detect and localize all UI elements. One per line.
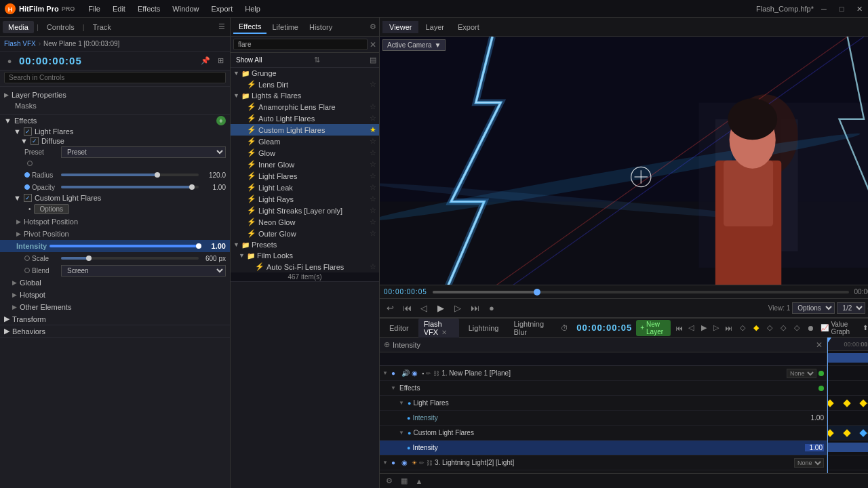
layer-properties-header[interactable]: ▶ Layer Properties bbox=[4, 89, 226, 100]
value-graph-button[interactable]: 📈 Value Graph bbox=[821, 321, 853, 336]
custom-lf-star[interactable]: ★ bbox=[370, 125, 376, 134]
intensity-slider[interactable] bbox=[50, 245, 199, 247]
tl-row-intensity1[interactable]: ● Intensity 1.00 bbox=[380, 411, 827, 426]
maximize-button[interactable]: □ bbox=[833, 0, 850, 18]
plane1-chain-icon[interactable]: ⛓ bbox=[433, 370, 439, 377]
eff-neon-glow[interactable]: ⚡ Neon Glow ☆ bbox=[231, 216, 379, 228]
blend-radio[interactable] bbox=[24, 268, 30, 273]
menu-file[interactable]: File bbox=[83, 3, 106, 14]
light-leak-star[interactable]: ☆ bbox=[370, 183, 376, 192]
tl-tab-flash-vfx[interactable]: Flash VFX ✕ bbox=[418, 319, 459, 338]
eff-light-leak[interactable]: ⚡ Light Leak ☆ bbox=[231, 182, 379, 193]
tl-kf-next-btn[interactable]: ◇ bbox=[764, 322, 776, 334]
scale-slider[interactable] bbox=[61, 257, 199, 260]
opacity-radio[interactable] bbox=[24, 184, 30, 190]
inner-glow-star[interactable]: ☆ bbox=[370, 160, 376, 169]
effects-expand-btn[interactable]: ▼ bbox=[391, 385, 397, 391]
tl-step-fwd-btn[interactable]: ▷ bbox=[712, 322, 720, 334]
other-elements-item[interactable]: ▶ Other Elements bbox=[0, 301, 230, 313]
tl-kf-prev-btn[interactable]: ◇ bbox=[736, 322, 749, 334]
transform-item[interactable]: ▶ Transform bbox=[0, 313, 230, 325]
lf-expand-btn[interactable]: ▼ bbox=[399, 400, 406, 406]
auto-scifi-star[interactable]: ☆ bbox=[370, 262, 376, 271]
plane1-expand-btn[interactable]: ▼ bbox=[382, 370, 389, 376]
diffuse-item[interactable]: ▼ Diffuse bbox=[0, 136, 230, 146]
preset-radio[interactable] bbox=[27, 161, 33, 166]
tab-viewer[interactable]: Viewer bbox=[382, 21, 418, 33]
menu-export[interactable]: Export bbox=[205, 3, 238, 14]
blend-select[interactable]: Screen bbox=[61, 265, 226, 277]
clear-search-button[interactable]: ✕ bbox=[370, 40, 376, 49]
hotspot-position-item[interactable]: ▶ Hotspot Position bbox=[0, 216, 230, 228]
filter-close-btn[interactable]: ✕ bbox=[816, 340, 823, 350]
tl-row-intensity2[interactable]: ● Intensity 1.00 bbox=[380, 441, 827, 455]
category-lights-flares-header[interactable]: ▼ 📁 Lights & Flares bbox=[231, 90, 379, 101]
kf-int1-3[interactable] bbox=[860, 399, 867, 407]
panel-settings-icon[interactable]: ⚙ bbox=[370, 22, 376, 31]
filter-icon[interactable]: ▤ bbox=[370, 56, 376, 64]
eff-lens-dirt[interactable]: ⚡ Lens Dirt ☆ bbox=[231, 79, 379, 90]
viewer-timeline-slider[interactable] bbox=[433, 291, 849, 293]
tc-pin-btn[interactable]: 📌 bbox=[200, 56, 211, 66]
neon-glow-star[interactable]: ☆ bbox=[370, 218, 376, 226]
tl-tab-lightning[interactable]: Lightning bbox=[463, 323, 505, 333]
tl-kf-add-btn[interactable]: ◆ bbox=[750, 322, 762, 334]
eff-glow[interactable]: ⚡ Glow ☆ bbox=[231, 147, 379, 159]
int1-enabled-dot[interactable]: ● bbox=[407, 415, 410, 422]
radius-slider[interactable] bbox=[61, 174, 199, 176]
new-layer-button[interactable]: + New Layer bbox=[636, 320, 671, 336]
global-item[interactable]: ▶ Global bbox=[0, 277, 230, 289]
kf-int1-2[interactable] bbox=[843, 399, 850, 407]
eff-auto-light-flares[interactable]: ⚡ Auto Light Flares ☆ bbox=[231, 113, 379, 124]
plane1-solo-btn[interactable]: ◉ bbox=[412, 369, 420, 377]
viewer-step-back-btn[interactable]: ◁ bbox=[416, 301, 431, 316]
options-button[interactable]: Options bbox=[34, 204, 69, 214]
eff-outer-glow[interactable]: ⚡ Outer Glow ☆ bbox=[231, 228, 379, 239]
l2-chain-icon[interactable]: ⛓ bbox=[427, 460, 433, 466]
gleam-star[interactable]: ☆ bbox=[370, 137, 376, 146]
close-button[interactable]: ✕ bbox=[850, 0, 868, 18]
tab-media[interactable]: Media bbox=[3, 21, 34, 33]
lens-dirt-star[interactable]: ☆ bbox=[370, 80, 376, 89]
tab-export-viewer[interactable]: Export bbox=[451, 21, 486, 33]
show-all-button[interactable]: Show All bbox=[233, 56, 264, 64]
active-camera-select[interactable]: Active Camera ▼ bbox=[382, 39, 446, 51]
eff-light-rays[interactable]: ⚡ Light Rays ☆ bbox=[231, 193, 379, 205]
eff-light-streaks[interactable]: ⚡ Light Streaks [Layer only] ☆ bbox=[231, 205, 379, 216]
auto-light-star[interactable]: ☆ bbox=[370, 114, 376, 123]
l2-blend-select[interactable]: None bbox=[794, 458, 824, 468]
viewer-play-btn[interactable]: ▶ bbox=[433, 301, 448, 316]
tl-kf-prev2-btn[interactable]: ◇ bbox=[777, 322, 789, 334]
tl-row-plane1[interactable]: ▼ ● 🔊 ◉ ▪ ✏ ⛓ 1. New Plane 1 [Plane] Non… bbox=[380, 366, 827, 381]
l2-pencil-icon[interactable]: ✏ bbox=[419, 460, 425, 466]
viewer-goto-end-btn[interactable]: ⏭ bbox=[467, 301, 482, 316]
l2-expand-btn[interactable]: ▼ bbox=[382, 460, 389, 466]
eff-light-flares[interactable]: ⚡ Light Flares ☆ bbox=[231, 170, 379, 182]
tl-record-btn[interactable]: ⏺ bbox=[804, 322, 816, 334]
tab-controls[interactable]: Controls bbox=[41, 21, 80, 33]
eff-auto-scifi[interactable]: ⚡ Auto Sci-Fi Lens Flares ☆ bbox=[231, 261, 379, 272]
kf-int2-1[interactable] bbox=[827, 429, 834, 436]
add-effect-button[interactable]: + bbox=[216, 116, 226, 125]
tab-lifetime[interactable]: Lifetime bbox=[267, 21, 304, 33]
effects-search-input[interactable] bbox=[233, 39, 368, 50]
plane1-audio-btn[interactable]: 🔊 bbox=[401, 369, 410, 377]
kf-int1-1[interactable] bbox=[827, 399, 834, 407]
anamorphic-star[interactable]: ☆ bbox=[370, 102, 376, 111]
tl-row-light-flares[interactable]: ▼ ● Light Flares bbox=[380, 396, 827, 411]
tl-export-button[interactable]: ⬆ Export bbox=[863, 324, 868, 331]
plane1-blend-select[interactable]: None bbox=[787, 369, 816, 378]
outer-glow-star[interactable]: ☆ bbox=[370, 229, 376, 238]
radius-radio[interactable] bbox=[24, 172, 30, 178]
tl-tab-lightning-blur[interactable]: Lightning Blur bbox=[508, 319, 550, 338]
tab-track[interactable]: Track bbox=[87, 21, 117, 33]
menu-effects[interactable]: Effects bbox=[132, 3, 165, 14]
tc-expand-btn[interactable]: ⊞ bbox=[215, 56, 226, 66]
viewer-quality-select[interactable]: 1/2 bbox=[837, 302, 865, 314]
lightning2-bar[interactable] bbox=[827, 443, 868, 452]
eff-anamorphic[interactable]: ⚡ Anamorphic Lens Flare ☆ bbox=[231, 101, 379, 113]
pivot-position-item[interactable]: ▶ Pivot Position bbox=[0, 228, 230, 240]
category-grunge-header[interactable]: ▼ 📁 Grunge bbox=[231, 68, 379, 79]
lf-enabled-dot[interactable]: ● bbox=[408, 400, 411, 407]
tl-playhead[interactable] bbox=[827, 338, 828, 473]
